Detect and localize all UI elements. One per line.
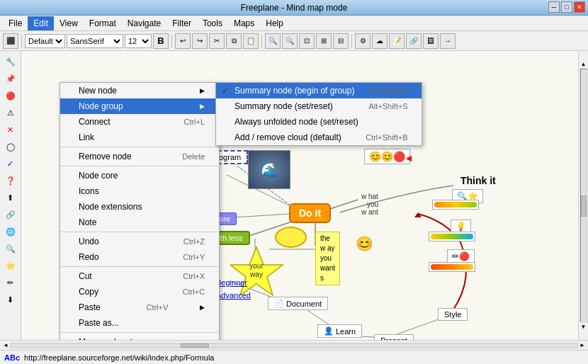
menu-note[interactable]: Note: [60, 215, 219, 230]
sidebar-btn-7[interactable]: ✓: [3, 156, 18, 171]
hscroll-thumb[interactable]: [181, 343, 209, 348]
toolbar-img[interactable]: 🖼: [423, 33, 439, 49]
sidebar-btn-5[interactable]: ✕: [3, 122, 18, 137]
sidebar-btn-3[interactable]: 🔴: [3, 88, 18, 103]
toolbar-collapse[interactable]: ⊟: [333, 33, 349, 49]
toolbar-arrow[interactable]: →: [440, 33, 456, 49]
toolbar-paste[interactable]: 📋: [243, 33, 259, 49]
smiley-node[interactable]: 😊: [356, 235, 373, 252]
size-select[interactable]: 12: [125, 34, 152, 48]
menu-paste[interactable]: Paste Ctrl+V ▶: [60, 300, 219, 315]
toolbar-filter[interactable]: ⚙: [355, 33, 371, 49]
close-button[interactable]: ✕: [574, 1, 585, 13]
what-label: w hat: [361, 193, 378, 200]
hscroll-track[interactable]: [10, 343, 578, 348]
submenu-always-unfolded[interactable]: Always unfolded node (set/reset): [216, 114, 422, 130]
font-select[interactable]: SansSerif: [67, 34, 123, 48]
sidebar-btn-12[interactable]: 🔍: [3, 241, 18, 256]
sidebar-btn-9[interactable]: ⬆: [3, 190, 18, 205]
menu-paste-label: Paste: [79, 302, 101, 312]
hscroll-left[interactable]: ◄: [3, 342, 9, 348]
menu-icons[interactable]: Icons: [60, 183, 219, 199]
present-node[interactable]: Present: [374, 334, 414, 340]
sidebar-btn-2[interactable]: 📌: [3, 71, 18, 86]
sep-5: [60, 332, 219, 333]
menu-link[interactable]: Link: [60, 130, 219, 145]
toolbar-btn-1[interactable]: ⬛: [3, 33, 18, 49]
toolbar-undo[interactable]: ↩: [175, 33, 191, 49]
menu-undo-label: Undo: [79, 237, 99, 246]
menu-connect-shortcut: Ctrl+L: [183, 118, 205, 126]
present-label: Present: [380, 336, 407, 340]
style-select[interactable]: Default: [25, 34, 65, 48]
what-text: w hat you w ant: [361, 193, 378, 216]
toolbar-zoom-in[interactable]: 🔍: [265, 33, 281, 49]
menu-navigate[interactable]: Navigate: [122, 16, 166, 30]
toolbar-fit[interactable]: ⊡: [299, 33, 315, 49]
bold-button[interactable]: B: [153, 33, 169, 49]
menu-paste-as[interactable]: Paste as...: [60, 315, 219, 331]
toolbar-copy[interactable]: ⧉: [226, 33, 242, 49]
sidebar-btn-14[interactable]: ✏: [3, 275, 18, 290]
menu-node-group[interactable]: Node group ▶: [60, 98, 219, 114]
menu-remove-node[interactable]: Remove node Delete: [60, 149, 219, 164]
menu-view[interactable]: View: [54, 16, 84, 30]
toolbar-cut[interactable]: ✂: [209, 33, 225, 49]
sidebar-btn-15[interactable]: ⬇: [3, 292, 18, 307]
menu-tools[interactable]: Tools: [197, 16, 228, 30]
submenu-summary-set[interactable]: Summary node (set/reset) Alt+Shift+S: [216, 98, 422, 114]
toolbar-redo[interactable]: ↪: [192, 33, 208, 49]
submenu-summary-begin[interactable]: ✓ Summary node (begin of group) Alt+Shif…: [216, 83, 422, 98]
menu-connect[interactable]: Connect Ctrl+L: [60, 114, 219, 130]
sidebar-btn-11[interactable]: 🌐: [3, 224, 18, 239]
sidebar-btn-8[interactable]: ❓: [3, 173, 18, 188]
the-way-node[interactable]: thew ayyouwants: [315, 232, 340, 285]
minimize-button[interactable]: ─: [548, 1, 560, 13]
menu-undo[interactable]: Undo Ctrl+Z: [60, 234, 219, 249]
sidebar-btn-13[interactable]: ⭐: [3, 258, 18, 273]
menu-redo[interactable]: Redo Ctrl+Y: [60, 249, 219, 265]
sidebar-btn-6[interactable]: ◯: [3, 139, 18, 154]
menu-cut[interactable]: Cut Ctrl+X: [60, 268, 219, 284]
menu-format[interactable]: Format: [84, 16, 122, 30]
toolbar-sep-4: [351, 35, 352, 47]
menu-copy[interactable]: Copy Ctrl+C: [60, 284, 219, 300]
toolbar-expand[interactable]: ⊞: [316, 33, 332, 49]
think-it-node[interactable]: Think it: [460, 175, 496, 186]
slider-node-3[interactable]: [429, 262, 475, 272]
menu-help[interactable]: Help: [260, 16, 289, 30]
slider-bar-3: [431, 264, 473, 270]
maximize-button[interactable]: □: [561, 1, 572, 13]
document-node[interactable]: 📄 Document: [268, 297, 328, 310]
icon-node-3[interactable]: ✏🔴: [447, 249, 475, 263]
slider-node-2[interactable]: [429, 232, 475, 241]
slider-node-1[interactable]: [432, 200, 479, 210]
hscroll-right[interactable]: ►: [579, 342, 585, 348]
sidebar-btn-4[interactable]: ⚠: [3, 105, 18, 120]
toolbar-note[interactable]: 📝: [389, 33, 405, 49]
toolbar-link[interactable]: 🔗: [406, 33, 422, 49]
yellow-cloud[interactable]: [275, 227, 307, 248]
menu-node-core[interactable]: Node core: [60, 168, 219, 183]
menu-filter[interactable]: Filter: [166, 16, 197, 30]
menu-edit[interactable]: Edit: [28, 16, 54, 30]
learn-node[interactable]: 👤 Learn: [317, 324, 362, 338]
menu-move-sort[interactable]: Move and sort ▶: [60, 334, 219, 340]
image-node[interactable]: 🌊: [248, 150, 290, 189]
submenu-add-cloud[interactable]: Add / remove cloud (default) Ctrl+Shift+…: [216, 130, 422, 145]
toolbar-zoom-out[interactable]: 🔍: [282, 33, 298, 49]
menu-node-ext[interactable]: Node extensions: [60, 199, 219, 215]
red-arrow-node[interactable]: ◄: [404, 152, 414, 164]
menu-remove-shortcut: Delete: [182, 152, 205, 161]
toolbar-cloud[interactable]: ☁: [372, 33, 388, 49]
sidebar-btn-10[interactable]: 🔗: [3, 207, 18, 222]
menu-maps[interactable]: Maps: [228, 16, 260, 30]
style-node[interactable]: Style: [438, 308, 468, 321]
do-it-node[interactable]: Do it: [289, 203, 331, 223]
menu-new-node[interactable]: New node ▶: [60, 83, 219, 98]
smiley-label: 😊: [356, 236, 373, 251]
sidebar-btn-1[interactable]: 🔧: [3, 54, 18, 69]
hscrollbar[interactable]: ◄ ►: [0, 340, 588, 350]
menu-file[interactable]: File: [3, 16, 28, 30]
menu-link-label: Link: [79, 132, 94, 142]
